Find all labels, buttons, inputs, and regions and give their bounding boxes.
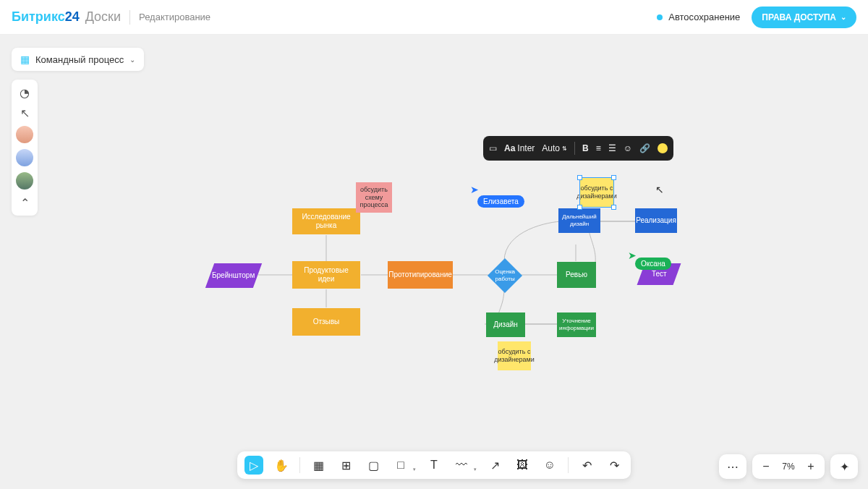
resize-handle-icon[interactable]	[577, 205, 582, 210]
caret-down-icon: ▾	[474, 467, 477, 472]
live-cursor-label: Елизавета	[477, 195, 524, 208]
canvas[interactable]: Брейншторм Исследование рынка Продуктовы…	[0, 35, 868, 489]
node-design[interactable]: Дизайн	[486, 312, 525, 337]
access-button-label: ПРАВА ДОСТУПА	[762, 12, 836, 22]
autosave-label: Автосохранение	[668, 12, 740, 22]
top-bar: Битрикс24 Доски Редактирование Автосохра…	[0, 0, 868, 35]
node-review[interactable]: Ревью	[557, 262, 596, 288]
zoom-out-button[interactable]: −	[758, 459, 774, 475]
divider	[574, 142, 575, 155]
brand-number: 24	[65, 9, 80, 24]
node-label: Отзывы	[313, 318, 340, 326]
node-label: Ревью	[566, 271, 587, 279]
node-research[interactable]: Исследование рынка	[292, 208, 360, 234]
node-ideas[interactable]: Продуктовые идеи	[292, 261, 360, 289]
pen-tool-button[interactable]: 〰	[452, 456, 471, 475]
shape-tool-button[interactable]: □	[391, 456, 410, 475]
more-menu[interactable]: ⋯	[719, 454, 746, 479]
font-name-label: Inter	[517, 143, 535, 153]
resize-handle-icon[interactable]	[611, 205, 616, 210]
node-prototyping[interactable]: Прототипирование	[388, 261, 453, 289]
bold-button[interactable]: B	[582, 143, 589, 153]
live-cursor-icon: ➤	[628, 250, 637, 261]
sticky-designers-2-selected[interactable]: обсудить с дизайнерами	[580, 178, 613, 207]
brand-word: Битрикс	[12, 9, 65, 24]
zoom-in-button[interactable]: +	[803, 459, 819, 475]
align-button[interactable]: ≡	[596, 143, 601, 153]
node-label: Брейншторм	[212, 271, 255, 280]
live-cursor-icon: ➤	[470, 184, 479, 195]
sticky-label: обсудить с дизайнерами	[494, 348, 535, 364]
resize-handle-icon[interactable]	[577, 175, 582, 180]
node-label: Продуктовые идеи	[295, 266, 357, 284]
ai-button[interactable]: ✦	[830, 454, 858, 479]
node-evaluation[interactable]: Оценка работы	[488, 258, 522, 293]
caret-down-icon: ▾	[413, 467, 416, 472]
node-label: Тест	[652, 270, 667, 278]
node-label: Прототипирование	[388, 271, 452, 279]
hand-tool-button[interactable]: ✋	[272, 456, 291, 475]
node-label: Дальнейший дизайн	[561, 213, 597, 227]
access-rights-button[interactable]: ПРАВА ДОСТУПА ⌄	[752, 7, 856, 28]
node-realization[interactable]: Реализация	[635, 208, 677, 233]
node-label: Исследование рынка	[295, 213, 357, 230]
breadcrumb: Редактирование	[139, 12, 210, 22]
font-size-mode[interactable]: Auto ⇅	[542, 143, 567, 153]
list-button[interactable]: ☰	[608, 143, 616, 153]
stepper-icon: ⇅	[562, 145, 567, 152]
zoom-controls: − 7% +	[752, 454, 825, 479]
divider	[568, 457, 569, 473]
autosave-status: Автосохранение	[657, 12, 740, 22]
bottom-toolbar: ▷ ✋ ▦ ⊞ ▢ □▾ T 〰▾ ↗ 🖼 ☺ ↶ ↷	[237, 451, 631, 479]
node-clarify[interactable]: Уточнение информации	[557, 312, 596, 337]
chevron-down-icon: ⌄	[841, 13, 846, 21]
emoji-tool-button[interactable]: ☺	[540, 456, 559, 475]
size-mode-label: Auto	[542, 143, 560, 153]
divider	[129, 10, 130, 25]
sparkle-icon: ✦	[836, 459, 852, 475]
divider	[299, 457, 300, 473]
link-button[interactable]: 🔗	[639, 143, 650, 153]
app-title: Доски	[85, 9, 121, 25]
sticky-note-icon[interactable]: ▭	[489, 143, 497, 153]
resize-handle-icon[interactable]	[611, 175, 616, 180]
connector-tool-button[interactable]: ↗	[485, 456, 504, 475]
autosave-dot-icon	[657, 14, 663, 20]
brand-logo: Битрикс24	[12, 9, 80, 25]
fill-swatch-icon	[658, 143, 668, 153]
node-label: Уточнение информации	[559, 318, 594, 331]
node-label: Дизайн	[493, 320, 518, 329]
redo-button[interactable]: ↷	[605, 456, 624, 475]
frame-tool-button[interactable]: ⊞	[336, 456, 355, 475]
node-reviews[interactable]: Отзывы	[292, 308, 360, 336]
fill-color-button[interactable]	[658, 143, 668, 153]
node-label: Реализация	[636, 216, 676, 225]
sticky-scheme[interactable]: обсудить схему процесса	[356, 182, 392, 213]
node-further-design[interactable]: Дальнейший дизайн	[558, 208, 600, 233]
undo-button[interactable]: ↶	[577, 456, 596, 475]
sticky-designers-1[interactable]: обсудить с дизайнерами	[498, 341, 531, 370]
sticky-tool-button[interactable]: ▢	[364, 456, 383, 475]
zoom-cluster: ⋯ − 7% + ✦	[719, 454, 858, 479]
zoom-value[interactable]: 7%	[780, 462, 797, 472]
live-cursor-label: Оксана	[635, 258, 671, 270]
style-toolbar: ▭ Aa Inter Auto ⇅ B ≡ ☰ ☺ 🔗	[483, 136, 673, 161]
sticky-label: обсудить с дизайнерами	[576, 184, 617, 200]
templates-button[interactable]: ▦	[309, 456, 328, 475]
mouse-cursor-icon: ↖	[655, 184, 664, 195]
more-icon: ⋯	[725, 459, 741, 475]
text-tool-button[interactable]: T	[425, 456, 443, 475]
emoji-button[interactable]: ☺	[624, 143, 632, 153]
font-picker[interactable]: Aa Inter	[504, 143, 535, 153]
node-brainstorm[interactable]: Брейншторм	[205, 263, 262, 288]
sticky-label: обсудить схему процесса	[359, 186, 389, 209]
node-label: Оценка работы	[495, 268, 515, 282]
image-tool-button[interactable]: 🖼	[513, 456, 532, 475]
select-tool-button[interactable]: ▷	[244, 456, 263, 475]
